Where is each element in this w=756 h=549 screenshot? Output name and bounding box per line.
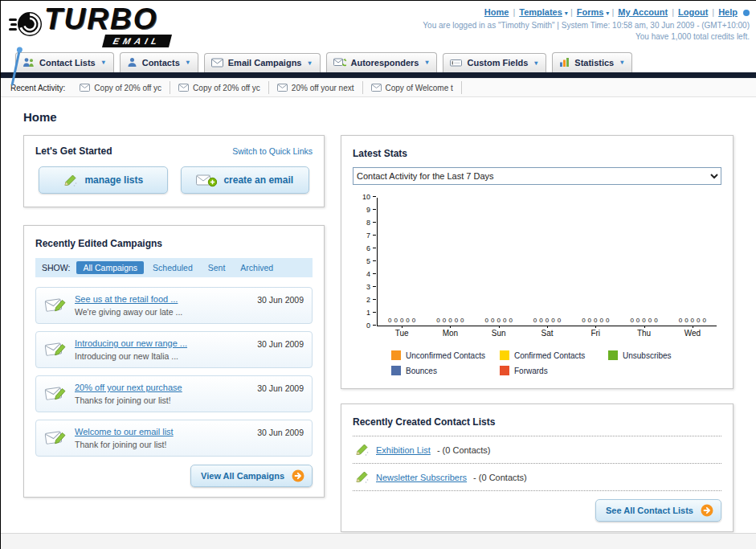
- nav-tab-custom-fields[interactable]: Custom Fields▾: [443, 53, 546, 72]
- manage-lists-button[interactable]: manage lists: [39, 166, 168, 194]
- campaign-text: Introducing our new range ...Introducing…: [75, 338, 187, 361]
- campaign-text: Welcome to our email listThank for joini…: [75, 427, 174, 449]
- dropdown-arrow-icon: ▾: [565, 10, 568, 17]
- envelope-pencil-icon: [44, 383, 68, 403]
- top-link-templates[interactable]: Templates: [519, 7, 562, 17]
- create-an-email-button[interactable]: create an email: [181, 166, 310, 194]
- recent-activity-item[interactable]: Copy of 20% off yc: [170, 81, 269, 94]
- campaign-tab-all-campaigns[interactable]: All Campaigns: [76, 261, 144, 274]
- campaign-text: 20% off your next purchaseThanks for joi…: [75, 383, 182, 405]
- nav-tab-autoresponders[interactable]: Autoresponders▾: [326, 52, 438, 72]
- left-column: Let's Get Started Switch to Quick Links …: [23, 135, 325, 498]
- campaign-row: Introducing our new range ...Introducing…: [35, 331, 313, 368]
- contact-list-items: Exhibition List- (0 Contacts)Newsletter …: [353, 436, 721, 491]
- nav-tab-contact-lists[interactable]: Contact Lists▾: [15, 52, 114, 72]
- nav-tab-contacts[interactable]: Contacts▾: [120, 52, 198, 72]
- nav-tab-email-campaigns[interactable]: Email Campaigns▾: [204, 53, 321, 72]
- recent-activity-item[interactable]: Copy of 20% off yc: [72, 81, 170, 94]
- legend-swatch: [391, 350, 401, 360]
- top-link-forms[interactable]: Forms: [577, 7, 604, 17]
- bar-value-label: 0: [539, 318, 542, 324]
- bar-value-label: 0: [443, 318, 446, 324]
- app-logo[interactable]: TURBO EMAIL: [9, 6, 234, 51]
- campaign-date: 30 Jun 2009: [257, 295, 304, 305]
- page-title: Home: [23, 110, 734, 124]
- link-separator: |: [513, 7, 515, 17]
- recent-activity-item[interactable]: Copy of Welcome t: [363, 81, 462, 94]
- get-started-panel: Let's Get Started Switch to Quick Links …: [23, 135, 325, 207]
- switch-quick-links-link[interactable]: Switch to Quick Links: [232, 146, 313, 156]
- x-axis-tick-label: Mon: [426, 326, 474, 338]
- top-link-home[interactable]: Home: [484, 7, 509, 17]
- x-axis-tick-label: Tue: [378, 326, 426, 338]
- top-link-help[interactable]: Help: [718, 7, 738, 17]
- chart-bar-group: 00000: [378, 318, 426, 326]
- contacts-icon: [127, 57, 137, 68]
- stats-activity-select[interactable]: Contact Activity for the Last 7 Days: [353, 167, 721, 185]
- button-label: create an email: [223, 174, 293, 186]
- campaign-tab-scheduled[interactable]: Scheduled: [146, 261, 199, 274]
- top-link-my-account[interactable]: My Account: [618, 7, 668, 17]
- see-all-contact-lists-button[interactable]: See All Contact Lists: [595, 499, 721, 522]
- chevron-down-icon: ▾: [620, 59, 623, 66]
- chart-bar-group: 00000: [571, 318, 619, 326]
- header-right: Home|Templates▾|Forms▾|My Account|Logout…: [423, 6, 751, 49]
- campaign-date: 30 Jun 2009: [257, 339, 304, 349]
- campaign-tab-archived[interactable]: Archived: [234, 261, 280, 274]
- legend-item-forwards: Forwards: [500, 366, 605, 375]
- bar-value-label: 0: [491, 318, 494, 324]
- bar-value-label: 0: [691, 318, 694, 324]
- top-links-nav: Home|Templates▾|Forms▾|My Account|Logout…: [423, 7, 750, 17]
- campaign-title-link[interactable]: Introducing our new range ...: [75, 338, 187, 348]
- campaign-title-link[interactable]: See us at the retail food ...: [75, 294, 182, 304]
- y-axis-tick-label: 5: [366, 258, 370, 265]
- bar-value-label: 0: [455, 318, 458, 324]
- campaign-title-link[interactable]: 20% off your next purchase: [75, 383, 182, 392]
- y-axis-tick-label: 3: [366, 284, 370, 291]
- campaign-row: 20% off your next purchaseThanks for joi…: [35, 375, 313, 412]
- envelope-pencil-icon: [44, 427, 68, 447]
- x-axis-tick-label: Sat: [523, 326, 571, 338]
- custom-fields-icon: [450, 58, 462, 68]
- orange-arrow-icon: [292, 469, 304, 482]
- recent-contact-lists-panel: Recently Created Contact Lists Exhibitio…: [341, 404, 734, 532]
- recent-campaigns-panel: Recently Edited Campaigns SHOW: All Camp…: [23, 225, 325, 498]
- view-all-campaigns-button[interactable]: View All Campaigns: [190, 465, 313, 487]
- x-axis-tick-label: Wed: [668, 326, 717, 338]
- bar-value-label: 0: [582, 318, 585, 324]
- recent-activity-item-label: Copy of 20% off yc: [94, 84, 161, 92]
- y-axis-tick-label: 0: [366, 322, 370, 330]
- legend-item-bounces: Bounces: [391, 366, 497, 375]
- recent-activity-item-label: 20% off your next: [292, 84, 354, 92]
- nav-divider-bar: [1, 72, 756, 78]
- bar-value-label: 0: [588, 318, 591, 324]
- bar-value-label: 0: [558, 318, 561, 324]
- contact-list-link[interactable]: Exhibition List: [376, 445, 431, 455]
- chevron-down-icon: ▾: [186, 59, 190, 66]
- top-link-logout[interactable]: Logout: [678, 7, 708, 17]
- pencil-icon: [63, 174, 78, 187]
- bar-value-label: 0: [546, 318, 549, 324]
- y-axis-tick-label: 8: [366, 219, 370, 227]
- contact-list-link[interactable]: Newsletter Subscribers: [376, 473, 467, 482]
- chart-plot-area: 00000000000000000000000000000000000: [377, 198, 717, 326]
- legend-label: Forwards: [514, 367, 548, 375]
- email-campaigns-icon: [211, 58, 223, 68]
- y-axis-tick-label: 10: [362, 194, 370, 201]
- contact-lists-icon: [22, 57, 35, 68]
- nav-tab-label: Autoresponders: [351, 58, 419, 68]
- campaign-subtitle: Thanks for joining our list!: [75, 395, 182, 405]
- chart-bar-group: 00000: [668, 318, 717, 326]
- campaign-tab-sent[interactable]: Sent: [202, 261, 232, 274]
- campaign-row: Welcome to our email listThank for joini…: [35, 420, 313, 457]
- nav-tab-statistics[interactable]: Statistics▾: [552, 52, 632, 72]
- nav-tab-label: Contact Lists: [39, 58, 96, 68]
- bar-value-label: 0: [636, 318, 640, 324]
- recent-activity-bar: Recent Activity: Copy of 20% off ycCopy …: [1, 78, 756, 97]
- campaign-title-link[interactable]: Welcome to our email list: [75, 427, 174, 436]
- dropdown-arrow-icon: ▾: [606, 10, 609, 17]
- recent-activity-item[interactable]: 20% off your next: [269, 81, 363, 94]
- button-label: manage lists: [84, 174, 143, 186]
- legend-label: Confirmed Contacts: [514, 351, 585, 360]
- bar-value-label: 0: [509, 318, 512, 324]
